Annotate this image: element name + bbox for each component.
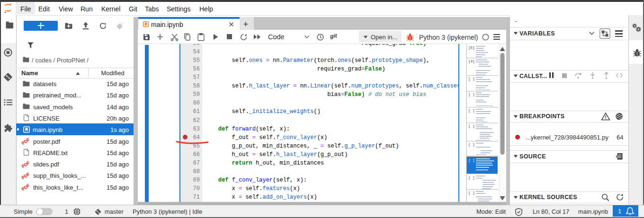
svg-text:[ ]: [ ] bbox=[468, 143, 475, 147]
svg-text:[4]: [4] bbox=[468, 60, 475, 63]
svg-text:[ ]: [ ] bbox=[468, 77, 475, 81]
svg-text:[ ]: [ ] bbox=[468, 124, 475, 128]
svg-text:[ ]: [ ] bbox=[468, 93, 475, 96]
svg-text:[5]: [5] bbox=[468, 46, 475, 50]
svg-text:[ ]: [ ] bbox=[468, 109, 475, 113]
svg-text:[ ]: [ ] bbox=[468, 191, 475, 195]
svg-text:[ ]: [ ] bbox=[468, 158, 475, 162]
svg-text:[ ]: [ ] bbox=[468, 176, 475, 180]
